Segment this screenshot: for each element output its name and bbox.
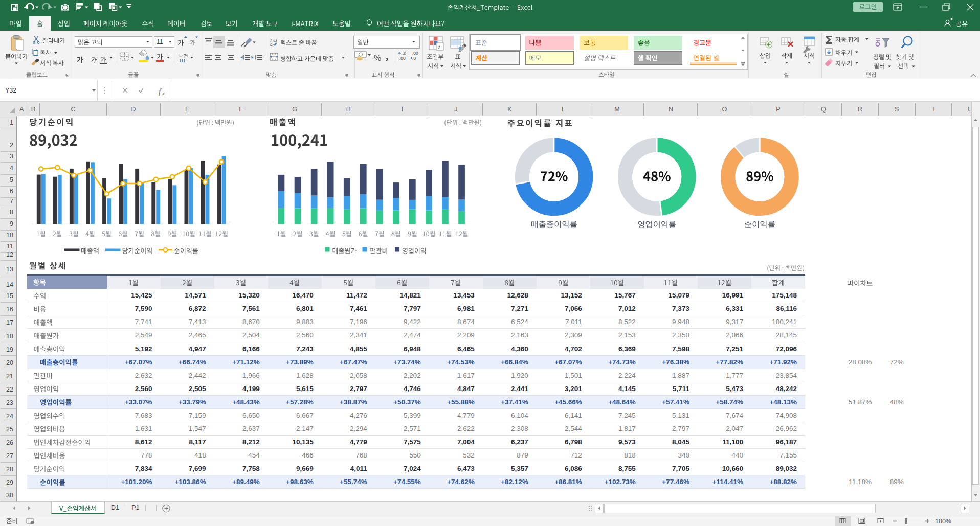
svg-text:≠: ≠	[438, 44, 441, 50]
svg-text:.00: .00	[412, 51, 418, 56]
svg-text:.0: .0	[403, 51, 406, 56]
svg-text:.0: .0	[412, 56, 416, 61]
svg-text:x: x	[162, 90, 165, 96]
svg-text:f: f	[159, 87, 162, 96]
svg-text:.00: .00	[399, 56, 406, 61]
